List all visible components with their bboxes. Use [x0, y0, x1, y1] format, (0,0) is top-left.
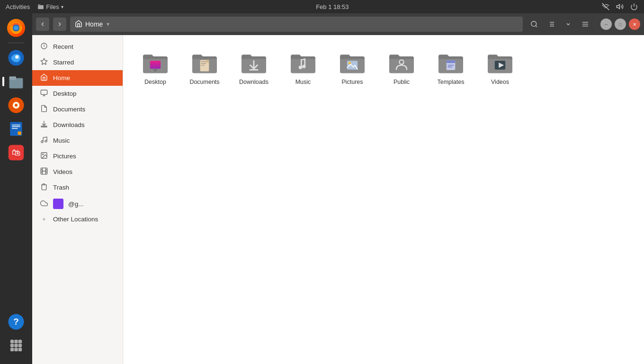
view-list-button[interactable] [544, 17, 559, 32]
trash-icon [40, 183, 48, 192]
svg-point-51 [43, 154, 44, 155]
downloads-label: Downloads [53, 121, 85, 128]
sidebar-item-pictures[interactable]: Pictures [32, 148, 123, 164]
svg-point-8 [15, 104, 18, 107]
sidebar-item-recent[interactable]: Recent [32, 39, 123, 55]
taskbar-files[interactable] [5, 71, 27, 92]
folder-music-icon [288, 49, 318, 76]
maximize-button[interactable]: □ [615, 18, 626, 30]
folder-documents[interactable]: Documents [182, 45, 227, 89]
folder-public-label: Public [394, 79, 410, 85]
folder-templates-label: Templates [438, 79, 465, 85]
volume-icon[interactable] [616, 2, 624, 11]
sidebar-item-trash[interactable]: Trash [32, 180, 123, 195]
svg-rect-21 [10, 344, 14, 347]
folder-videos[interactable]: Videos [477, 45, 523, 89]
sidebar-item-cloud[interactable]: @g... [32, 195, 123, 212]
sidebar-item-starred[interactable]: Starred [32, 55, 123, 70]
taskbar-rhythmbox[interactable] [5, 94, 27, 116]
svg-rect-59 [201, 65, 205, 66]
folder-music[interactable]: Music [280, 45, 326, 89]
svg-rect-71 [448, 66, 452, 67]
pictures-label: Pictures [53, 153, 76, 160]
minimize-button[interactable]: ─ [600, 18, 612, 30]
files-menu[interactable]: Files ▾ [37, 3, 63, 10]
sidebar-item-videos[interactable]: Videos [32, 164, 123, 180]
svg-rect-44 [41, 90, 47, 94]
taskbar-thunderbird[interactable] [5, 47, 27, 69]
location-bar[interactable]: Home ▾ [70, 17, 523, 32]
folder-videos-icon [485, 49, 515, 76]
system-bar-right [601, 2, 638, 11]
folder-downloads-label: Downloads [239, 79, 268, 85]
folder-public[interactable]: Public [379, 45, 424, 89]
taskbar-writer[interactable] [5, 118, 27, 140]
svg-rect-47 [41, 126, 47, 127]
datetime-display: Feb 1 18:53 [316, 3, 349, 10]
menu-button[interactable] [578, 17, 593, 32]
sidebar: Recent Starred Home [32, 35, 123, 364]
recent-label: Recent [53, 43, 73, 50]
pictures-icon [40, 152, 48, 161]
svg-marker-29 [617, 4, 619, 9]
back-button[interactable] [36, 18, 49, 31]
taskbar-grid[interactable] [5, 335, 27, 356]
folder-music-label: Music [295, 79, 311, 85]
view-chevron-button[interactable] [561, 17, 576, 32]
folder-desktop[interactable]: Desktop [133, 45, 178, 89]
taskbar: 🛍 ? [0, 13, 32, 364]
taskbar-help[interactable]: ? [5, 311, 27, 333]
search-button[interactable] [527, 17, 542, 32]
taskbar-firefox[interactable] [5, 17, 27, 39]
svg-point-64 [302, 65, 305, 68]
system-bar-left: Activities Files ▾ [6, 3, 63, 10]
sidebar-item-home[interactable]: Home [32, 70, 123, 86]
svg-marker-43 [41, 58, 47, 64]
close-button[interactable]: ✕ [629, 18, 640, 30]
sidebar-item-documents[interactable]: Documents [32, 101, 123, 117]
active-indicator [2, 77, 4, 86]
folder-public-icon [386, 49, 417, 76]
desktop-icon [40, 89, 48, 98]
svg-point-49 [45, 140, 47, 142]
recent-icon [40, 42, 48, 51]
activities-button[interactable]: Activities [6, 3, 30, 10]
svg-rect-18 [10, 340, 14, 343]
folder-desktop-icon [140, 49, 170, 76]
videos-label: Videos [53, 168, 72, 175]
location-chevron: ▾ [107, 21, 109, 27]
svg-rect-69 [447, 60, 456, 63]
sidebar-item-downloads[interactable]: Downloads [32, 117, 123, 133]
folder-templates[interactable]: Templates [428, 45, 474, 89]
forward-button[interactable] [53, 18, 66, 31]
svg-rect-22 [14, 344, 18, 347]
file-grid: Desktop [133, 45, 635, 89]
folder-pictures[interactable]: Pictures [330, 45, 375, 89]
firefox-icon [7, 19, 25, 37]
file-grid-area: Desktop [123, 35, 644, 364]
taskbar-appstore[interactable]: 🛍 [5, 142, 27, 164]
main-area: Recent Starred Home [32, 35, 644, 364]
svg-rect-58 [201, 63, 206, 64]
svg-point-54 [154, 70, 156, 72]
home-label: Home [53, 74, 70, 82]
svg-rect-5 [9, 76, 16, 80]
sidebar-item-music[interactable]: Music [32, 133, 123, 148]
folder-downloads[interactable]: Downloads [231, 45, 277, 89]
folder-videos-label: Videos [491, 79, 509, 85]
other-locations-icon: + [40, 216, 48, 223]
other-locations-label: Other Locations [53, 216, 98, 223]
power-icon[interactable] [630, 2, 638, 11]
network-icon[interactable] [601, 2, 610, 11]
svg-rect-70 [448, 65, 454, 66]
trash-label: Trash [53, 184, 69, 191]
svg-rect-27 [38, 5, 44, 9]
sidebar-item-desktop[interactable]: Desktop [32, 86, 123, 101]
folder-pictures-icon [337, 49, 367, 76]
sidebar-item-other-locations[interactable]: + Other Locations [32, 212, 123, 226]
svg-rect-65 [347, 61, 358, 70]
folder-documents-icon [189, 49, 220, 76]
window-controls: ─ □ ✕ [600, 18, 640, 30]
svg-point-63 [299, 66, 302, 69]
location-label: Home [85, 20, 103, 28]
